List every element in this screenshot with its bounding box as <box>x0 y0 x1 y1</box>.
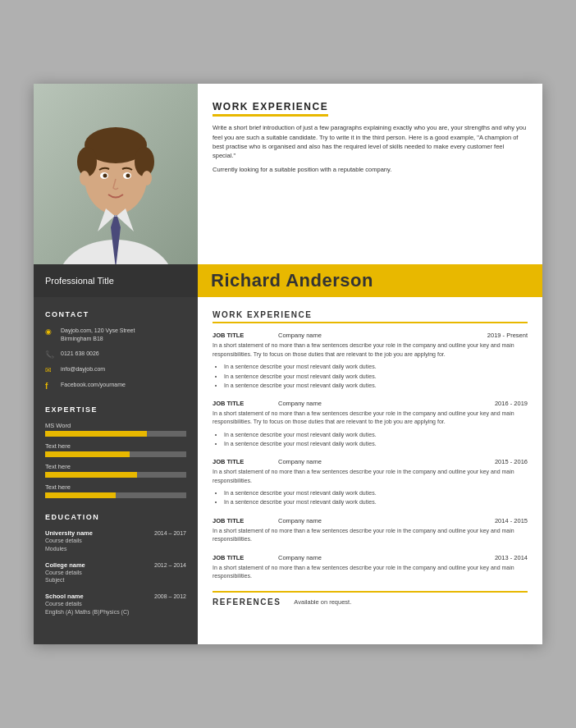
svg-point-14 <box>80 171 89 185</box>
education-item-college: College name 2012 – 2014 Course detailsS… <box>45 561 186 585</box>
job-title-5: JOB TITLE <box>213 554 278 561</box>
education-header-university: University name 2014 – 2017 <box>45 529 186 537</box>
svg-point-15 <box>142 171 152 185</box>
job-company-2: Company name <box>278 400 495 407</box>
profile-section-title: WORK EXPERIENCE <box>213 101 328 117</box>
job-dates-3: 2015 - 2016 <box>495 458 528 465</box>
school-details: Course detailsEnglish (A) Maths (B)Physi… <box>45 600 186 616</box>
job-entry-4: JOB TITLE Company name 2014 - 2015 In a … <box>213 517 528 544</box>
profile-paragraph-1: Write a short brief introduction of just… <box>213 123 528 160</box>
job-entry-1: JOB TITLE Company name 2019 - Present In… <box>213 332 528 390</box>
job-title-3: JOB TITLE <box>213 458 278 465</box>
bullet-3-2: In a sentence describe your most relevan… <box>224 497 528 506</box>
university-name: University name <box>45 529 93 537</box>
expertise-item-3: Text here <box>45 463 186 478</box>
university-dates: 2014 – 2017 <box>154 530 186 536</box>
school-dates: 2008 – 2012 <box>154 593 186 599</box>
job-bullets-1: In a sentence describe your most relevan… <box>224 362 528 390</box>
bullet-3-1: In a sentence describe your most relevan… <box>224 488 528 497</box>
references-text: Available on request. <box>294 598 351 606</box>
job-desc-2: In a short statement of no more than a f… <box>213 410 528 427</box>
references-title: REFERENCES <box>213 598 281 607</box>
school-name: School name <box>45 593 84 600</box>
expertise-bar-fill-4 <box>45 492 116 498</box>
photo-area <box>34 84 198 264</box>
job-entry-2: JOB TITLE Company name 2016 - 2019 In a … <box>213 400 528 448</box>
job-header-5: JOB TITLE Company name 2013 - 2014 <box>213 554 528 561</box>
contact-item-address: ◉ Dayjob.com, 120 Vyse StreetBirmingham … <box>45 327 186 343</box>
job-company-3: Company name <box>278 458 495 465</box>
job-title-4: JOB TITLE <box>213 517 278 524</box>
job-dates-5: 2013 - 2014 <box>495 554 528 561</box>
work-experience-title: WORK EXPERIENCE <box>213 310 528 323</box>
expertise-bar-bg-2 <box>45 451 186 457</box>
phone-icon: 📞 <box>45 350 55 359</box>
expertise-bar-bg-4 <box>45 492 186 498</box>
job-header-4: JOB TITLE Company name 2014 - 2015 <box>213 517 528 524</box>
expertise-label-2: Text here <box>45 442 186 450</box>
job-desc-1: In a short statement of no more than a f… <box>213 341 528 359</box>
name-banner-left: Professional Title <box>34 264 198 297</box>
expertise-bar-bg-3 <box>45 472 186 478</box>
education-title: EDUCATION <box>45 513 186 521</box>
location-icon: ◉ <box>45 327 55 336</box>
job-bullets-3: In a sentence describe your most relevan… <box>224 488 528 506</box>
bullet-1-2: In a sentence describe your most relevan… <box>224 372 528 381</box>
education-header-school: School name 2008 – 2012 <box>45 593 186 600</box>
profile-area: WORK EXPERIENCE Write a short brief intr… <box>198 84 542 264</box>
email-icon: ✉ <box>45 366 55 374</box>
bullet-1-1: In a sentence describe your most relevan… <box>224 362 528 371</box>
bullet-2-2: In a sentence describe your most relevan… <box>224 439 528 448</box>
expertise-section: EXPERTISE MS Word Text here Text here <box>45 405 186 498</box>
contact-phone: 0121 638 0026 <box>61 350 99 358</box>
job-desc-5: In a short statement of no more than a f… <box>213 564 528 581</box>
expertise-bar-fill-3 <box>45 472 137 478</box>
professional-title: Professional Title <box>45 276 114 286</box>
university-details: Course detailsModules <box>45 537 186 553</box>
job-entry-5: JOB TITLE Company name 2013 - 2014 In a … <box>213 554 528 581</box>
expertise-title: EXPERTISE <box>45 405 186 414</box>
expertise-bar-fill-2 <box>45 451 130 457</box>
full-name: Richard Anderson <box>211 270 373 291</box>
education-item-university: University name 2014 – 2017 Course detai… <box>45 529 186 553</box>
profile-paragraph-2: Currently looking for a suitable positio… <box>213 165 528 174</box>
education-section: EDUCATION University name 2014 – 2017 Co… <box>45 513 186 616</box>
job-entry-3: JOB TITLE Company name 2015 - 2016 In a … <box>213 458 528 506</box>
name-banner-right: Richard Anderson <box>198 264 542 297</box>
job-dates-4: 2014 - 2015 <box>495 517 528 524</box>
job-desc-3: In a short statement of no more than a f… <box>213 468 528 485</box>
svg-point-13 <box>126 174 130 178</box>
profile-text: Write a short brief introduction of just… <box>213 123 528 174</box>
bullet-1-3: In a sentence describe your most relevan… <box>224 381 528 390</box>
main-content: WORK EXPERIENCE JOB TITLE Company name 2… <box>198 297 542 643</box>
job-header-3: JOB TITLE Company name 2015 - 2016 <box>213 458 528 465</box>
contact-address: Dayjob.com, 120 Vyse StreetBirmingham B1… <box>61 327 135 343</box>
contact-section: CONTACT ◉ Dayjob.com, 120 Vyse StreetBir… <box>45 310 186 391</box>
contact-item-email: ✉ info@dayjob.com <box>45 365 186 374</box>
education-item-school: School name 2008 – 2012 Course detailsEn… <box>45 593 186 616</box>
job-bullets-2: In a sentence describe your most relevan… <box>224 430 528 448</box>
job-company-4: Company name <box>278 517 495 524</box>
name-banner: Professional Title Richard Anderson <box>34 264 542 297</box>
job-desc-4: In a short statement of no more than a f… <box>213 527 528 544</box>
expertise-label-msword: MS Word <box>45 422 186 429</box>
job-dates-1: 2019 - Present <box>487 332 528 339</box>
job-company-5: Company name <box>278 554 495 561</box>
contact-title: CONTACT <box>45 310 186 318</box>
expertise-label-3: Text here <box>45 463 186 470</box>
expertise-label-4: Text here <box>45 483 186 491</box>
contact-facebook: Facebook.com/yourname <box>61 381 126 389</box>
expertise-bar-bg-msword <box>45 431 186 437</box>
job-header-2: JOB TITLE Company name 2016 - 2019 <box>213 400 528 407</box>
job-company-1: Company name <box>278 332 487 339</box>
education-header-college: College name 2012 – 2014 <box>45 561 186 569</box>
expertise-item-2: Text here <box>45 442 186 457</box>
job-title-1: JOB TITLE <box>213 332 278 339</box>
job-dates-2: 2016 - 2019 <box>495 400 528 407</box>
sidebar: CONTACT ◉ Dayjob.com, 120 Vyse StreetBir… <box>34 297 198 643</box>
contact-email: info@dayjob.com <box>61 365 105 373</box>
college-name: College name <box>45 561 85 569</box>
college-details: Course detailsSubject <box>45 569 186 585</box>
svg-point-12 <box>103 174 107 178</box>
job-header-1: JOB TITLE Company name 2019 - Present <box>213 332 528 339</box>
